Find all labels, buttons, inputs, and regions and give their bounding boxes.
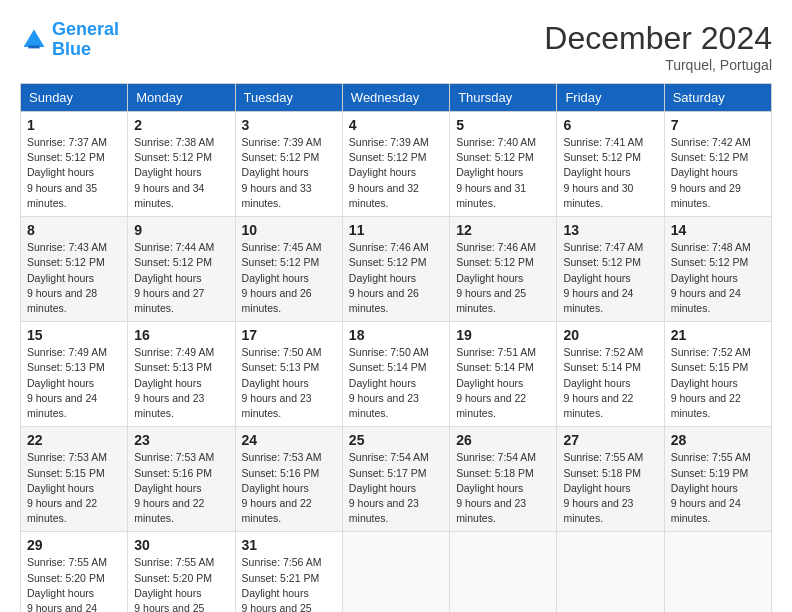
day-number: 29 [27,537,121,553]
day-number: 6 [563,117,657,133]
calendar-cell: 31 Sunrise: 7:56 AM Sunset: 5:21 PM Dayl… [235,532,342,612]
svg-marker-0 [24,29,45,47]
svg-rect-1 [28,45,39,48]
calendar-cell: 6 Sunrise: 7:41 AM Sunset: 5:12 PM Dayli… [557,112,664,217]
day-number: 22 [27,432,121,448]
calendar-cell: 8 Sunrise: 7:43 AM Sunset: 5:12 PM Dayli… [21,217,128,322]
day-number: 2 [134,117,228,133]
day-detail: Sunrise: 7:40 AM Sunset: 5:12 PM Dayligh… [456,135,550,211]
day-detail: Sunrise: 7:52 AM Sunset: 5:15 PM Dayligh… [671,345,765,421]
calendar-cell [557,532,664,612]
day-number: 10 [242,222,336,238]
day-number: 20 [563,327,657,343]
day-detail: Sunrise: 7:44 AM Sunset: 5:12 PM Dayligh… [134,240,228,316]
calendar-cell: 7 Sunrise: 7:42 AM Sunset: 5:12 PM Dayli… [664,112,771,217]
day-number: 30 [134,537,228,553]
day-detail: Sunrise: 7:46 AM Sunset: 5:12 PM Dayligh… [349,240,443,316]
calendar-cell: 4 Sunrise: 7:39 AM Sunset: 5:12 PM Dayli… [342,112,449,217]
calendar-cell: 13 Sunrise: 7:47 AM Sunset: 5:12 PM Dayl… [557,217,664,322]
logo: General Blue [20,20,119,60]
day-number: 13 [563,222,657,238]
day-number: 23 [134,432,228,448]
day-detail: Sunrise: 7:53 AM Sunset: 5:16 PM Dayligh… [242,450,336,526]
day-number: 16 [134,327,228,343]
day-detail: Sunrise: 7:55 AM Sunset: 5:18 PM Dayligh… [563,450,657,526]
day-number: 12 [456,222,550,238]
day-detail: Sunrise: 7:49 AM Sunset: 5:13 PM Dayligh… [134,345,228,421]
logo-line2: Blue [52,39,91,59]
week-row-3: 15 Sunrise: 7:49 AM Sunset: 5:13 PM Dayl… [21,322,772,427]
col-header-wednesday: Wednesday [342,84,449,112]
day-detail: Sunrise: 7:46 AM Sunset: 5:12 PM Dayligh… [456,240,550,316]
week-row-4: 22 Sunrise: 7:53 AM Sunset: 5:15 PM Dayl… [21,427,772,532]
day-detail: Sunrise: 7:54 AM Sunset: 5:17 PM Dayligh… [349,450,443,526]
page-header: General Blue December 2024 Turquel, Port… [20,20,772,73]
day-detail: Sunrise: 7:51 AM Sunset: 5:14 PM Dayligh… [456,345,550,421]
day-detail: Sunrise: 7:52 AM Sunset: 5:14 PM Dayligh… [563,345,657,421]
col-header-thursday: Thursday [450,84,557,112]
day-number: 25 [349,432,443,448]
logo-line1: General [52,19,119,39]
day-number: 8 [27,222,121,238]
day-number: 19 [456,327,550,343]
day-number: 17 [242,327,336,343]
calendar-cell: 14 Sunrise: 7:48 AM Sunset: 5:12 PM Dayl… [664,217,771,322]
week-row-1: 1 Sunrise: 7:37 AM Sunset: 5:12 PM Dayli… [21,112,772,217]
calendar-cell [664,532,771,612]
calendar-cell: 3 Sunrise: 7:39 AM Sunset: 5:12 PM Dayli… [235,112,342,217]
day-detail: Sunrise: 7:54 AM Sunset: 5:18 PM Dayligh… [456,450,550,526]
day-detail: Sunrise: 7:48 AM Sunset: 5:12 PM Dayligh… [671,240,765,316]
day-detail: Sunrise: 7:39 AM Sunset: 5:12 PM Dayligh… [242,135,336,211]
day-number: 24 [242,432,336,448]
day-number: 27 [563,432,657,448]
day-number: 7 [671,117,765,133]
day-number: 4 [349,117,443,133]
calendar-cell: 20 Sunrise: 7:52 AM Sunset: 5:14 PM Dayl… [557,322,664,427]
day-number: 5 [456,117,550,133]
calendar-cell: 30 Sunrise: 7:55 AM Sunset: 5:20 PM Dayl… [128,532,235,612]
day-detail: Sunrise: 7:42 AM Sunset: 5:12 PM Dayligh… [671,135,765,211]
day-detail: Sunrise: 7:55 AM Sunset: 5:20 PM Dayligh… [134,555,228,612]
day-number: 15 [27,327,121,343]
calendar-cell: 10 Sunrise: 7:45 AM Sunset: 5:12 PM Dayl… [235,217,342,322]
calendar-cell: 15 Sunrise: 7:49 AM Sunset: 5:13 PM Dayl… [21,322,128,427]
day-detail: Sunrise: 7:41 AM Sunset: 5:12 PM Dayligh… [563,135,657,211]
day-number: 31 [242,537,336,553]
day-detail: Sunrise: 7:47 AM Sunset: 5:12 PM Dayligh… [563,240,657,316]
calendar-cell: 29 Sunrise: 7:55 AM Sunset: 5:20 PM Dayl… [21,532,128,612]
day-detail: Sunrise: 7:50 AM Sunset: 5:14 PM Dayligh… [349,345,443,421]
day-detail: Sunrise: 7:37 AM Sunset: 5:12 PM Dayligh… [27,135,121,211]
calendar-cell: 27 Sunrise: 7:55 AM Sunset: 5:18 PM Dayl… [557,427,664,532]
col-header-friday: Friday [557,84,664,112]
week-row-5: 29 Sunrise: 7:55 AM Sunset: 5:20 PM Dayl… [21,532,772,612]
calendar-table: SundayMondayTuesdayWednesdayThursdayFrid… [20,83,772,612]
day-detail: Sunrise: 7:49 AM Sunset: 5:13 PM Dayligh… [27,345,121,421]
day-number: 9 [134,222,228,238]
day-number: 21 [671,327,765,343]
day-number: 26 [456,432,550,448]
calendar-cell: 21 Sunrise: 7:52 AM Sunset: 5:15 PM Dayl… [664,322,771,427]
calendar-cell: 19 Sunrise: 7:51 AM Sunset: 5:14 PM Dayl… [450,322,557,427]
day-detail: Sunrise: 7:43 AM Sunset: 5:12 PM Dayligh… [27,240,121,316]
calendar-cell: 9 Sunrise: 7:44 AM Sunset: 5:12 PM Dayli… [128,217,235,322]
day-detail: Sunrise: 7:38 AM Sunset: 5:12 PM Dayligh… [134,135,228,211]
location: Turquel, Portugal [544,57,772,73]
day-detail: Sunrise: 7:53 AM Sunset: 5:15 PM Dayligh… [27,450,121,526]
day-number: 18 [349,327,443,343]
day-detail: Sunrise: 7:45 AM Sunset: 5:12 PM Dayligh… [242,240,336,316]
day-detail: Sunrise: 7:56 AM Sunset: 5:21 PM Dayligh… [242,555,336,612]
logo-text: General Blue [52,20,119,60]
day-number: 28 [671,432,765,448]
calendar-cell: 12 Sunrise: 7:46 AM Sunset: 5:12 PM Dayl… [450,217,557,322]
day-number: 14 [671,222,765,238]
logo-icon [20,26,48,54]
calendar-cell: 22 Sunrise: 7:53 AM Sunset: 5:15 PM Dayl… [21,427,128,532]
month-title: December 2024 [544,20,772,57]
calendar-cell: 28 Sunrise: 7:55 AM Sunset: 5:19 PM Dayl… [664,427,771,532]
day-number: 11 [349,222,443,238]
calendar-cell [450,532,557,612]
day-detail: Sunrise: 7:50 AM Sunset: 5:13 PM Dayligh… [242,345,336,421]
col-header-monday: Monday [128,84,235,112]
day-detail: Sunrise: 7:53 AM Sunset: 5:16 PM Dayligh… [134,450,228,526]
day-number: 1 [27,117,121,133]
